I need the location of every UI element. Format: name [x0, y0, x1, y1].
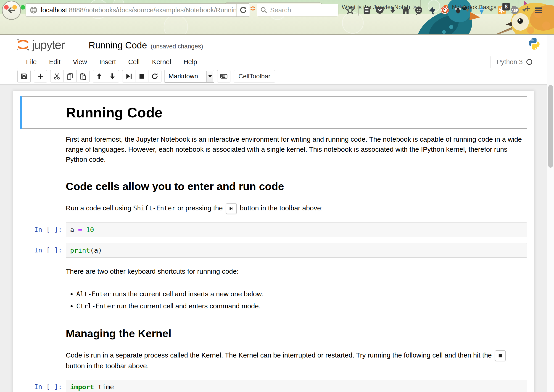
text: run the current cell and enters command …	[115, 302, 261, 310]
chat-icon	[414, 6, 423, 15]
celltoolbar-label: CellToolbar	[238, 73, 270, 80]
markdown-cell[interactable]: Run a code cell using Shift-Enter or pre…	[20, 197, 527, 219]
code-cell[interactable]: In [ ]:import timetime.sleep(10)	[20, 377, 527, 392]
chat-button[interactable]	[414, 6, 424, 15]
code-input-area: print(a)	[66, 243, 527, 258]
text: button in the toolbar above.	[66, 362, 149, 370]
run-icon	[229, 206, 234, 211]
rendered-content: There are two other keyboard shortcuts f…	[66, 266, 527, 276]
rendered-markdown: Code cells allow you to enter and run co…	[66, 173, 527, 194]
menu-kernel[interactable]: Kernel	[146, 58, 177, 66]
screenshot-button[interactable]: 8	[497, 6, 506, 15]
paragraph: First and foremost, the Jupyter Notebook…	[66, 134, 527, 164]
save-button[interactable]	[17, 70, 31, 83]
inline-run-button-image	[226, 203, 236, 214]
copy-button[interactable]	[63, 70, 76, 83]
quantum-shape-button[interactable]	[427, 6, 437, 15]
duckduckgo-button[interactable]	[440, 6, 450, 15]
markdown-cell[interactable]: There are two other keyboard shortcuts f…	[20, 261, 527, 282]
menu-help[interactable]: Help	[177, 58, 203, 66]
gem-extension-button[interactable]	[477, 6, 486, 15]
quantum-shape-icon	[427, 6, 436, 15]
restart-button[interactable]	[148, 70, 161, 83]
fly-extension-button[interactable]	[453, 6, 463, 15]
kernel-idle-icon	[526, 58, 533, 65]
code-editor[interactable]: a = 10	[66, 223, 527, 237]
code-cell[interactable]: In [ ]:a = 10	[20, 219, 527, 240]
reading-list-icon	[362, 6, 371, 15]
empty-prompt	[20, 285, 66, 314]
menu-view[interactable]: View	[67, 58, 93, 66]
jupyter-logo[interactable]: jupyter	[16, 37, 64, 52]
cell-type-select[interactable]: Markdown	[165, 70, 214, 83]
markdown-cell[interactable]: Alt-Enter runs the current cell and inse…	[20, 282, 527, 317]
run-button[interactable]	[122, 70, 135, 83]
empty-prompt	[20, 101, 66, 124]
close-window-button[interactable]	[4, 5, 9, 10]
toolbar-icons: 8ABP	[345, 0, 553, 21]
vertical-scrollbar[interactable]	[547, 35, 554, 392]
markdown-cell[interactable]: Code cells allow you to enter and run co…	[20, 170, 527, 197]
text: There are two other keyboard shortcuts f…	[66, 267, 239, 275]
adblock-plus-button[interactable]: ABP	[510, 6, 519, 15]
pocket-button[interactable]	[375, 6, 385, 15]
url-bar[interactable]: localhost:8888/notebooks/docs/source/exa…	[26, 3, 250, 17]
toolbar-divider	[473, 5, 473, 15]
url-text[interactable]: localhost:8888/notebooks/docs/source/exa…	[41, 6, 236, 14]
insert-cell-button[interactable]	[34, 70, 47, 83]
notebook-toolbar: Markdown CellToolbar	[0, 69, 554, 84]
paragraph: Run a code cell using Shift-Enter or pre…	[66, 203, 527, 214]
empty-prompt	[20, 347, 66, 374]
dropdown-caret-icon[interactable]	[522, 9, 526, 12]
reading-list-button[interactable]	[362, 6, 372, 15]
interrupt-icon	[498, 353, 503, 358]
zoom-window-button[interactable]	[21, 5, 25, 10]
dropdown-caret-icon[interactable]	[465, 9, 470, 12]
interrupt-button[interactable]	[135, 70, 148, 83]
scrollbar-thumb[interactable]	[548, 85, 553, 168]
menu-edit[interactable]: Edit	[43, 58, 67, 66]
reload-button[interactable]	[236, 4, 249, 16]
code-editor[interactable]: print(a)	[66, 243, 527, 258]
markdown-cell[interactable]: Code is run in a separate process called…	[20, 344, 527, 377]
home-button[interactable]	[401, 6, 411, 15]
code-editor[interactable]: import timetime.sleep(10)	[66, 380, 527, 392]
menu-file[interactable]: File	[20, 58, 43, 66]
python-kernel-logo	[527, 36, 541, 51]
empty-prompt	[20, 320, 66, 342]
cut-button[interactable]	[50, 70, 63, 83]
command-palette-button[interactable]	[217, 70, 230, 83]
url-path: :8888/notebooks/docs/source/examples/Not…	[67, 6, 236, 14]
toolbar-divider	[358, 5, 359, 15]
markdown-cell[interactable]: Managing the Kernel	[20, 317, 527, 344]
markdown-cell-selected[interactable]: Running Code	[20, 96, 527, 129]
cell-type-value: Markdown	[168, 73, 198, 80]
heading-2: Code cells allow you to enter and run co…	[66, 180, 527, 193]
rendered-markdown: There are two other keyboard shortcuts f…	[66, 264, 527, 279]
search-bar[interactable]: Search	[257, 4, 339, 16]
menu-cell[interactable]: Cell	[122, 58, 146, 66]
app-menu-button[interactable]	[534, 6, 543, 15]
notebook-title[interactable]: Running Code	[89, 40, 147, 50]
minimize-window-button[interactable]	[12, 5, 17, 10]
dropdown-caret-icon[interactable]	[489, 9, 493, 12]
code-line: print(a)	[70, 246, 523, 255]
list-item: Alt-Enter runs the current cell and inse…	[76, 289, 527, 299]
menu-insert[interactable]: Insert	[93, 58, 122, 66]
input-prompt: In [ ]:	[20, 223, 66, 237]
bookmark-star-button[interactable]	[345, 6, 355, 15]
toolbar-divider	[530, 5, 530, 15]
rendered-content: Code cells allow you to enter and run co…	[66, 180, 527, 193]
markdown-cell[interactable]: First and foremost, the Jupyter Notebook…	[20, 129, 527, 170]
button-group	[50, 70, 90, 83]
button-group	[93, 70, 119, 83]
code-cell[interactable]: In [ ]:print(a)	[20, 240, 527, 261]
celltoolbar-button[interactable]: CellToolbar	[234, 70, 275, 83]
download-button[interactable]	[388, 6, 398, 15]
back-button[interactable]	[2, 1, 21, 20]
paste-button[interactable]	[76, 70, 90, 83]
move-up-icon	[96, 72, 103, 80]
move-down-button[interactable]	[106, 70, 119, 83]
move-up-button[interactable]	[93, 70, 106, 83]
rendered-markdown: Alt-Enter runs the current cell and inse…	[66, 285, 527, 314]
